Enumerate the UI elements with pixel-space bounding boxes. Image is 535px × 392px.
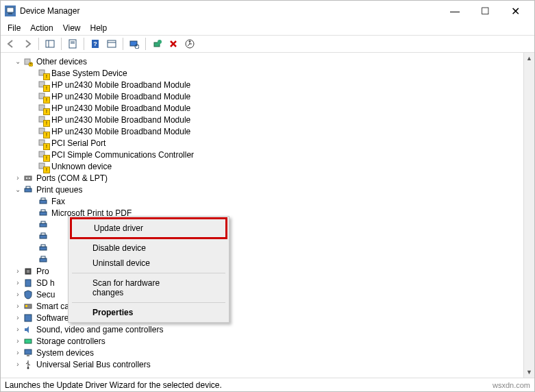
- titlebar: Device Manager — ☐ ✕: [1, 1, 534, 21]
- tree-label: HP un2430 Mobile Broadband Module: [51, 103, 190, 113]
- chevron-right-icon[interactable]: ›: [13, 173, 23, 183]
- chevron-down-icon[interactable]: ⌄: [13, 185, 23, 195]
- chevron-right-icon[interactable]: ›: [13, 336, 23, 346]
- menu-file[interactable]: File: [8, 23, 21, 33]
- tree-label: HP un2430 Mobile Broadband Module: [51, 127, 190, 136]
- back-button[interactable]: [3, 36, 18, 51]
- svg-rect-32: [26, 186, 30, 188]
- tree-label: Storage controllers: [36, 336, 105, 346]
- menu-help[interactable]: Help: [90, 23, 108, 33]
- svg-rect-35: [40, 212, 47, 215]
- forward-button[interactable]: [20, 36, 35, 51]
- tree-item[interactable]: !HP un2430 Mobile Broadband Module: [1, 90, 534, 102]
- scroll-down-icon[interactable]: ▼: [524, 367, 535, 378]
- tree-item[interactable]: !Unknown device: [1, 160, 534, 172]
- tree-node-ports[interactable]: ›Ports (COM & LPT): [1, 172, 534, 184]
- menu-separator: [72, 302, 225, 303]
- tree-item[interactable]: !PCI Serial Port: [1, 137, 534, 149]
- svg-point-14: [158, 40, 162, 44]
- tree-label: SD h: [36, 278, 55, 288]
- svg-rect-1: [8, 13, 12, 14]
- svg-rect-50: [25, 315, 32, 321]
- context-menu-uninstall-device[interactable]: Uninstall device: [71, 256, 227, 271]
- svg-rect-49: [25, 305, 27, 307]
- context-menu-update-driver[interactable]: Update driver: [72, 219, 225, 237]
- chevron-right-icon[interactable]: ›: [13, 290, 23, 299]
- chevron-right-icon[interactable]: ›: [13, 313, 23, 323]
- tree-node-system[interactable]: ›System devices: [1, 347, 534, 358]
- window-title: Device Manager: [20, 6, 440, 16]
- maximize-button[interactable]: ☐: [470, 1, 500, 21]
- menubar: File Action View Help: [1, 21, 534, 35]
- scan-hardware-button[interactable]: [127, 36, 142, 51]
- svg-rect-40: [41, 233, 45, 235]
- svg-rect-28: [25, 176, 32, 180]
- tree-node-other-devices[interactable]: ⌄ ? Other devices: [1, 56, 534, 67]
- chevron-right-icon[interactable]: ›: [13, 302, 23, 311]
- sound-icon: [23, 324, 34, 335]
- update-driver-button[interactable]: [182, 36, 197, 51]
- tree-label: Fax: [51, 197, 65, 206]
- chevron-right-icon[interactable]: ›: [13, 278, 23, 288]
- svg-rect-36: [41, 210, 45, 212]
- tree-item[interactable]: !HP un2430 Mobile Broadband Module: [1, 114, 534, 125]
- device-tree[interactable]: ⌄ ? Other devices !Base System Device !H…: [1, 53, 534, 378]
- svg-rect-51: [25, 339, 32, 343]
- context-menu-properties[interactable]: Properties: [71, 305, 227, 320]
- svg-point-30: [29, 177, 30, 179]
- tree-item[interactable]: !HP un2430 Mobile Broadband Module: [1, 102, 534, 114]
- software-icon: [23, 313, 34, 323]
- printer-icon: [38, 254, 49, 265]
- tree-item[interactable]: !HP un2430 Mobile Broadband Module: [1, 79, 534, 90]
- chevron-right-icon[interactable]: ›: [13, 348, 23, 358]
- action-button[interactable]: [104, 36, 119, 51]
- tree-item[interactable]: !Base System Device: [1, 67, 534, 79]
- tree-node-usb[interactable]: ›Universal Serial Bus controllers: [1, 358, 534, 370]
- chevron-right-icon[interactable]: ›: [13, 325, 23, 334]
- help-button[interactable]: ?: [88, 36, 103, 51]
- watermark: wsxdn.com: [493, 381, 530, 389]
- scroll-up-icon[interactable]: ▲: [524, 53, 535, 64]
- tree-label: HP un2430 Mobile Broadband Module: [51, 80, 190, 90]
- tree-node-print-queues[interactable]: ⌄Print queues: [1, 184, 534, 195]
- tree-label: Sound, video and game controllers: [36, 325, 163, 334]
- svg-rect-38: [41, 221, 45, 223]
- menu-view[interactable]: View: [63, 23, 81, 33]
- tree-label: Print queues: [36, 185, 82, 195]
- device-warning-icon: !: [38, 68, 49, 79]
- add-legacy-button[interactable]: [149, 36, 164, 51]
- tree-node-sound[interactable]: ›Sound, video and game controllers: [1, 323, 534, 335]
- context-menu-disable-device[interactable]: Disable device: [71, 241, 227, 256]
- tree-item[interactable]: !HP un2430 Mobile Broadband Module: [1, 125, 534, 137]
- security-icon: [23, 289, 34, 300]
- chevron-right-icon[interactable]: ›: [13, 360, 23, 369]
- tree-item[interactable]: !PCI Simple Communications Controller: [1, 149, 534, 160]
- scrollbar-track[interactable]: [524, 64, 535, 367]
- tree-label: HP un2430 Mobile Broadband Module: [51, 115, 190, 125]
- menu-action[interactable]: Action: [30, 23, 53, 33]
- svg-text:?: ?: [93, 40, 97, 47]
- close-button[interactable]: ✕: [500, 1, 530, 21]
- vertical-scrollbar[interactable]: ▲ ▼: [523, 53, 534, 378]
- uninstall-button[interactable]: [166, 36, 181, 51]
- context-menu: Update driver Disable device Uninstall d…: [68, 216, 229, 323]
- tree-node-storage[interactable]: ›Storage controllers: [1, 335, 534, 347]
- chevron-right-icon[interactable]: ›: [13, 267, 23, 276]
- device-warning-icon: !: [38, 126, 49, 137]
- context-menu-scan-hardware[interactable]: Scan for hardware changes: [71, 275, 227, 300]
- svg-rect-4: [69, 40, 76, 48]
- svg-rect-2: [46, 40, 54, 47]
- show-hide-tree-button[interactable]: [42, 36, 58, 51]
- printer-icon: [38, 196, 49, 207]
- tree-label: Pro: [36, 267, 49, 276]
- properties-button[interactable]: [65, 36, 80, 51]
- print-queues-icon: [23, 184, 34, 195]
- ports-icon: [23, 173, 34, 184]
- svg-rect-53: [27, 355, 29, 356]
- chevron-down-icon[interactable]: ⌄: [13, 57, 23, 66]
- svg-rect-39: [40, 235, 47, 238]
- minimize-button[interactable]: —: [440, 1, 470, 21]
- tree-label: Universal Serial Bus controllers: [36, 360, 151, 369]
- processor-icon: [23, 266, 34, 277]
- tree-item[interactable]: Fax: [1, 195, 534, 207]
